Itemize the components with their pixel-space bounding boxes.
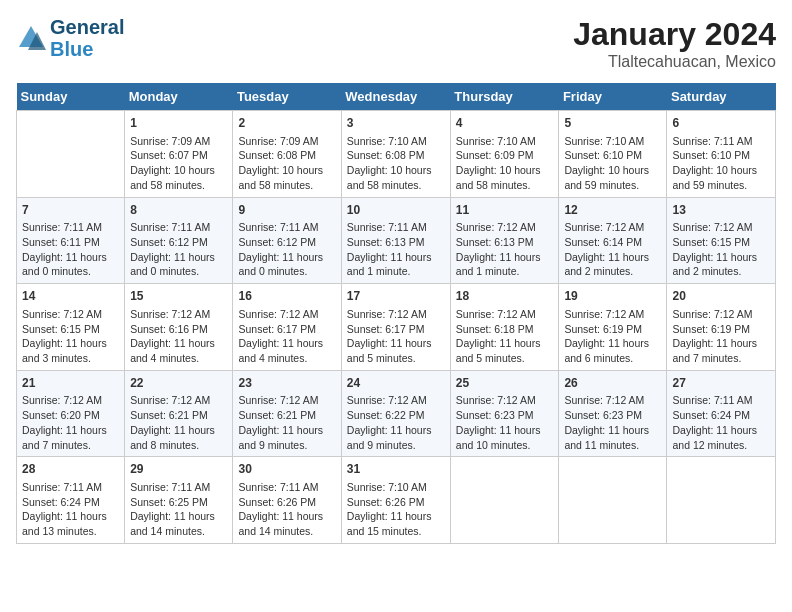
daylight-label: Daylight: 10 hours and 59 minutes. bbox=[564, 164, 649, 191]
sunset-label: Sunset: 6:19 PM bbox=[672, 323, 750, 335]
sunrise-label: Sunrise: 7:12 AM bbox=[238, 308, 318, 320]
sunrise-label: Sunrise: 7:12 AM bbox=[130, 394, 210, 406]
day-number: 18 bbox=[456, 288, 554, 305]
day-number: 5 bbox=[564, 115, 661, 132]
sunset-label: Sunset: 6:16 PM bbox=[130, 323, 208, 335]
day-number: 31 bbox=[347, 461, 445, 478]
sunrise-label: Sunrise: 7:11 AM bbox=[130, 221, 210, 233]
sunrise-label: Sunrise: 7:12 AM bbox=[456, 308, 536, 320]
sunset-label: Sunset: 6:23 PM bbox=[456, 409, 534, 421]
day-number: 28 bbox=[22, 461, 119, 478]
sunrise-label: Sunrise: 7:11 AM bbox=[672, 394, 752, 406]
day-number: 29 bbox=[130, 461, 227, 478]
title-block: January 2024 Tlaltecahuacan, Mexico bbox=[573, 16, 776, 71]
day-number: 27 bbox=[672, 375, 770, 392]
day-number: 7 bbox=[22, 202, 119, 219]
calendar-cell: 16Sunrise: 7:12 AMSunset: 6:17 PMDayligh… bbox=[233, 284, 341, 371]
sunrise-label: Sunrise: 7:11 AM bbox=[672, 135, 752, 147]
column-header-sunday: Sunday bbox=[17, 83, 125, 111]
calendar-cell: 7Sunrise: 7:11 AMSunset: 6:11 PMDaylight… bbox=[17, 197, 125, 284]
day-number: 21 bbox=[22, 375, 119, 392]
column-headers: SundayMondayTuesdayWednesdayThursdayFrid… bbox=[17, 83, 776, 111]
daylight-label: Daylight: 11 hours and 6 minutes. bbox=[564, 337, 649, 364]
logo: General Blue bbox=[16, 16, 124, 60]
sunrise-label: Sunrise: 7:12 AM bbox=[22, 394, 102, 406]
day-number: 1 bbox=[130, 115, 227, 132]
day-number: 13 bbox=[672, 202, 770, 219]
daylight-label: Daylight: 10 hours and 58 minutes. bbox=[347, 164, 432, 191]
sunset-label: Sunset: 6:17 PM bbox=[347, 323, 425, 335]
calendar-cell bbox=[450, 457, 559, 544]
sunset-label: Sunset: 6:23 PM bbox=[564, 409, 642, 421]
calendar-cell: 5Sunrise: 7:10 AMSunset: 6:10 PMDaylight… bbox=[559, 111, 667, 198]
week-row-4: 21Sunrise: 7:12 AMSunset: 6:20 PMDayligh… bbox=[17, 370, 776, 457]
calendar-cell: 15Sunrise: 7:12 AMSunset: 6:16 PMDayligh… bbox=[125, 284, 233, 371]
calendar-cell bbox=[559, 457, 667, 544]
day-number: 25 bbox=[456, 375, 554, 392]
calendar-cell: 13Sunrise: 7:12 AMSunset: 6:15 PMDayligh… bbox=[667, 197, 776, 284]
day-number: 15 bbox=[130, 288, 227, 305]
calendar-cell: 19Sunrise: 7:12 AMSunset: 6:19 PMDayligh… bbox=[559, 284, 667, 371]
sunrise-label: Sunrise: 7:12 AM bbox=[456, 394, 536, 406]
column-header-thursday: Thursday bbox=[450, 83, 559, 111]
daylight-label: Daylight: 11 hours and 11 minutes. bbox=[564, 424, 649, 451]
sunrise-label: Sunrise: 7:12 AM bbox=[347, 308, 427, 320]
sunrise-label: Sunrise: 7:12 AM bbox=[672, 308, 752, 320]
daylight-label: Daylight: 11 hours and 1 minute. bbox=[347, 251, 432, 278]
day-number: 10 bbox=[347, 202, 445, 219]
calendar-cell: 29Sunrise: 7:11 AMSunset: 6:25 PMDayligh… bbox=[125, 457, 233, 544]
daylight-label: Daylight: 11 hours and 1 minute. bbox=[456, 251, 541, 278]
day-number: 6 bbox=[672, 115, 770, 132]
logo-blue: Blue bbox=[50, 38, 124, 60]
sunset-label: Sunset: 6:14 PM bbox=[564, 236, 642, 248]
calendar-cell: 28Sunrise: 7:11 AMSunset: 6:24 PMDayligh… bbox=[17, 457, 125, 544]
daylight-label: Daylight: 10 hours and 59 minutes. bbox=[672, 164, 757, 191]
page-header: General Blue January 2024 Tlaltecahuacan… bbox=[16, 16, 776, 71]
sunset-label: Sunset: 6:08 PM bbox=[347, 149, 425, 161]
day-number: 22 bbox=[130, 375, 227, 392]
day-number: 23 bbox=[238, 375, 335, 392]
sunset-label: Sunset: 6:09 PM bbox=[456, 149, 534, 161]
day-number: 4 bbox=[456, 115, 554, 132]
calendar-cell: 22Sunrise: 7:12 AMSunset: 6:21 PMDayligh… bbox=[125, 370, 233, 457]
sunrise-label: Sunrise: 7:11 AM bbox=[347, 221, 427, 233]
column-header-friday: Friday bbox=[559, 83, 667, 111]
column-header-wednesday: Wednesday bbox=[341, 83, 450, 111]
day-number: 20 bbox=[672, 288, 770, 305]
sunset-label: Sunset: 6:19 PM bbox=[564, 323, 642, 335]
day-number: 12 bbox=[564, 202, 661, 219]
calendar-cell: 4Sunrise: 7:10 AMSunset: 6:09 PMDaylight… bbox=[450, 111, 559, 198]
sunset-label: Sunset: 6:11 PM bbox=[22, 236, 100, 248]
calendar-title: January 2024 bbox=[573, 16, 776, 53]
calendar-body: 1Sunrise: 7:09 AMSunset: 6:07 PMDaylight… bbox=[17, 111, 776, 544]
calendar-cell: 8Sunrise: 7:11 AMSunset: 6:12 PMDaylight… bbox=[125, 197, 233, 284]
sunset-label: Sunset: 6:10 PM bbox=[564, 149, 642, 161]
calendar-cell: 11Sunrise: 7:12 AMSunset: 6:13 PMDayligh… bbox=[450, 197, 559, 284]
column-header-tuesday: Tuesday bbox=[233, 83, 341, 111]
calendar-cell: 2Sunrise: 7:09 AMSunset: 6:08 PMDaylight… bbox=[233, 111, 341, 198]
daylight-label: Daylight: 11 hours and 9 minutes. bbox=[347, 424, 432, 451]
week-row-1: 1Sunrise: 7:09 AMSunset: 6:07 PMDaylight… bbox=[17, 111, 776, 198]
calendar-cell bbox=[667, 457, 776, 544]
calendar-cell: 14Sunrise: 7:12 AMSunset: 6:15 PMDayligh… bbox=[17, 284, 125, 371]
day-number: 17 bbox=[347, 288, 445, 305]
column-header-monday: Monday bbox=[125, 83, 233, 111]
calendar-cell: 23Sunrise: 7:12 AMSunset: 6:21 PMDayligh… bbox=[233, 370, 341, 457]
day-number: 19 bbox=[564, 288, 661, 305]
sunrise-label: Sunrise: 7:11 AM bbox=[238, 481, 318, 493]
daylight-label: Daylight: 11 hours and 3 minutes. bbox=[22, 337, 107, 364]
daylight-label: Daylight: 11 hours and 0 minutes. bbox=[22, 251, 107, 278]
sunrise-label: Sunrise: 7:12 AM bbox=[456, 221, 536, 233]
sunset-label: Sunset: 6:26 PM bbox=[347, 496, 425, 508]
sunset-label: Sunset: 6:21 PM bbox=[130, 409, 208, 421]
calendar-cell: 30Sunrise: 7:11 AMSunset: 6:26 PMDayligh… bbox=[233, 457, 341, 544]
sunset-label: Sunset: 6:18 PM bbox=[456, 323, 534, 335]
daylight-label: Daylight: 11 hours and 9 minutes. bbox=[238, 424, 323, 451]
calendar-cell: 1Sunrise: 7:09 AMSunset: 6:07 PMDaylight… bbox=[125, 111, 233, 198]
sunrise-label: Sunrise: 7:12 AM bbox=[130, 308, 210, 320]
calendar-cell: 27Sunrise: 7:11 AMSunset: 6:24 PMDayligh… bbox=[667, 370, 776, 457]
logo-general: General bbox=[50, 16, 124, 38]
day-number: 3 bbox=[347, 115, 445, 132]
day-number: 11 bbox=[456, 202, 554, 219]
calendar-cell: 9Sunrise: 7:11 AMSunset: 6:12 PMDaylight… bbox=[233, 197, 341, 284]
